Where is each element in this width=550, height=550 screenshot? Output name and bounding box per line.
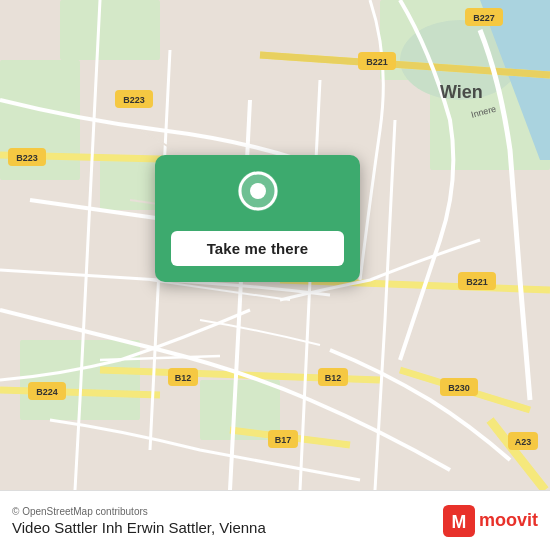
svg-text:B17: B17 bbox=[275, 435, 292, 445]
svg-text:B221: B221 bbox=[466, 277, 488, 287]
svg-text:B223: B223 bbox=[16, 153, 38, 163]
take-me-there-button[interactable]: Take me there bbox=[171, 231, 344, 266]
svg-text:M: M bbox=[452, 512, 467, 532]
svg-point-35 bbox=[250, 183, 266, 199]
svg-text:B221: B221 bbox=[366, 57, 388, 67]
svg-text:B12: B12 bbox=[325, 373, 342, 383]
svg-text:B223: B223 bbox=[123, 95, 145, 105]
moovit-logo: M moovit bbox=[443, 505, 538, 537]
moovit-text: moovit bbox=[479, 510, 538, 531]
svg-text:B227: B227 bbox=[473, 13, 495, 23]
svg-text:B12: B12 bbox=[175, 373, 192, 383]
popup-card: Take me there bbox=[155, 155, 360, 282]
location-pin-icon bbox=[234, 173, 282, 221]
svg-rect-2 bbox=[60, 0, 160, 60]
map-container: B227 B221 B223 B223 B221 B12 B12 B224 B1… bbox=[0, 0, 550, 490]
svg-text:B224: B224 bbox=[36, 387, 58, 397]
bottom-bar: © OpenStreetMap contributors Video Sattl… bbox=[0, 490, 550, 550]
svg-text:B230: B230 bbox=[448, 383, 470, 393]
moovit-icon: M bbox=[443, 505, 475, 537]
svg-text:A23: A23 bbox=[515, 437, 532, 447]
svg-text:Wien: Wien bbox=[440, 82, 483, 102]
